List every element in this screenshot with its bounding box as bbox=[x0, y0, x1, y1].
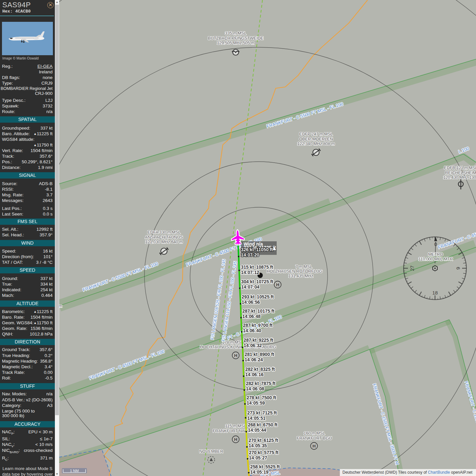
svg-text:14:05:51: 14:05:51 bbox=[247, 416, 266, 421]
svg-text:287 kt 9225 ft: 287 kt 9225 ft bbox=[244, 338, 273, 343]
svg-text:268 kt 6750 ft: 268 kt 6750 ft bbox=[248, 422, 278, 427]
svg-text:287 kt 10175 ft: 287 kt 10175 ft bbox=[242, 309, 275, 314]
svg-text:m: m bbox=[59, 304, 62, 308]
svg-text:0: 0 bbox=[434, 241, 437, 247]
svg-text:OBER-MOERLEN: OBER-MOERLEN bbox=[299, 137, 333, 141]
svg-text:273 kt 7125 ft: 273 kt 7125 ft bbox=[247, 411, 277, 416]
svg-text:14:07:04: 14:07:04 bbox=[241, 285, 260, 290]
svg-text:14:05:59: 14:05:59 bbox=[247, 401, 265, 406]
svg-text:EDFB 121 m MSL: EDFB 121 m MSL bbox=[444, 166, 476, 170]
svg-text:129.505 MHz 505 m: 129.505 MHz 505 m bbox=[217, 41, 254, 45]
svg-text:H: H bbox=[312, 444, 316, 449]
svg-text:14:05:35: 14:05:35 bbox=[249, 443, 267, 448]
svg-text:282 kt 7875 ft: 282 kt 7875 ft bbox=[246, 381, 276, 386]
svg-text:14:06:40: 14:06:40 bbox=[243, 328, 261, 333]
svg-text:7 m MSL: 7 m MSL bbox=[296, 264, 312, 269]
svg-text:326 kt 11050 ft: 326 kt 11050 ft bbox=[241, 247, 273, 252]
svg-text:110.000 MHz MTR: 110.000 MHz MTR bbox=[418, 257, 453, 261]
svg-text:Deutscher Wetterdienst (DWD) T: Deutscher Wetterdienst (DWD) Tiles court… bbox=[342, 470, 473, 475]
svg-text:18: 18 bbox=[432, 290, 438, 296]
svg-text:278 kt 7500 ft: 278 kt 7500 ft bbox=[247, 395, 276, 400]
svg-text:160 m MSL: 160 m MSL bbox=[304, 431, 325, 436]
svg-text:H: H bbox=[234, 353, 237, 358]
svg-text:14:05:44: 14:05:44 bbox=[248, 428, 266, 433]
svg-text:H: H bbox=[276, 282, 279, 287]
svg-text:120.430 MHz 1300: 120.430 MHz 1300 bbox=[443, 175, 476, 180]
svg-text:270 kt 5775 ft: 270 kt 5775 ft bbox=[249, 450, 279, 455]
svg-text:287 kt 9700 ft: 287 kt 9700 ft bbox=[243, 323, 273, 328]
svg-text:FRANKFURT BGU: FRANKFURT BGU bbox=[297, 436, 332, 441]
svg-text:14:05:19: 14:05:19 bbox=[250, 470, 269, 475]
svg-text:115 m MSL: 115 m MSL bbox=[225, 424, 246, 428]
svg-text:335 m MSL: 335 m MSL bbox=[225, 31, 246, 36]
svg-text:EDFA 330 m MSL: EDFA 330 m MSL bbox=[147, 230, 180, 235]
svg-text:REICHELSHEIM: REICHELSHEIM bbox=[445, 171, 476, 175]
svg-text:6: 6 bbox=[456, 267, 461, 269]
svg-text:27: 27 bbox=[409, 265, 415, 271]
svg-text:282 kt 8325 ft: 282 kt 8325 ft bbox=[245, 367, 275, 372]
svg-text:HOLZHAUSEN ROTORFLUG: HOLZHAUSEN ROTORFLUG bbox=[267, 269, 322, 274]
svg-text:NOVEMBER: NOVEMBER bbox=[199, 449, 223, 454]
svg-text:14:06:48: 14:06:48 bbox=[242, 314, 261, 319]
svg-text:H: H bbox=[234, 437, 237, 442]
svg-text:14:06:56: 14:06:56 bbox=[242, 300, 260, 305]
svg-text:14:06:32: 14:06:32 bbox=[244, 343, 262, 348]
svg-text:14:06:08: 14:06:08 bbox=[246, 386, 264, 391]
svg-text:281 kt 8900 ft: 281 kt 8900 ft bbox=[245, 352, 274, 357]
svg-text:293 kt 10525 ft: 293 kt 10525 ft bbox=[242, 295, 274, 299]
svg-text:1 NM: 1 NM bbox=[70, 469, 79, 473]
svg-text:14:07:20: 14:07:20 bbox=[241, 253, 259, 258]
svg-text:270 kt 6125 ft: 270 kt 6125 ft bbox=[249, 438, 278, 443]
svg-text:131.435 MHz: 131.435 MHz bbox=[289, 274, 313, 278]
svg-text:14:05:27: 14:05:27 bbox=[249, 456, 267, 460]
svg-text:BUTZBACH-PFINGSTWEIDE: BUTZBACH-PFINGSTWEIDE bbox=[208, 36, 263, 41]
svg-text:HOCHTAUNUS-KLINIK BAD HOMBURG: HOCHTAUNUS-KLINIK BAD HOMBURG bbox=[200, 345, 276, 349]
svg-text:122.340 MHz 808 m: 122.340 MHz 808 m bbox=[297, 141, 335, 146]
svg-text:EDFP 247 m MSL: EDFP 247 m MSL bbox=[299, 132, 333, 137]
svg-text:14:06:24: 14:06:24 bbox=[245, 357, 263, 362]
svg-text:METRO: METRO bbox=[428, 252, 443, 257]
svg-text:ANSPACH/TAUNUS: ANSPACH/TAUNUS bbox=[145, 235, 183, 240]
svg-text:304 kt 10725 ft: 304 kt 10725 ft bbox=[241, 279, 274, 284]
svg-text:121.030 MHz 640 m: 121.030 MHz 640 m bbox=[145, 240, 182, 244]
svg-text:14:07:12: 14:07:12 bbox=[241, 270, 259, 275]
svg-text:14:06:16: 14:06:16 bbox=[245, 372, 264, 377]
svg-text:315 kt 10875 ft: 315 kt 10875 ft bbox=[241, 265, 273, 270]
svg-text:258 kt 5525 ft: 258 kt 5525 ft bbox=[250, 464, 280, 469]
